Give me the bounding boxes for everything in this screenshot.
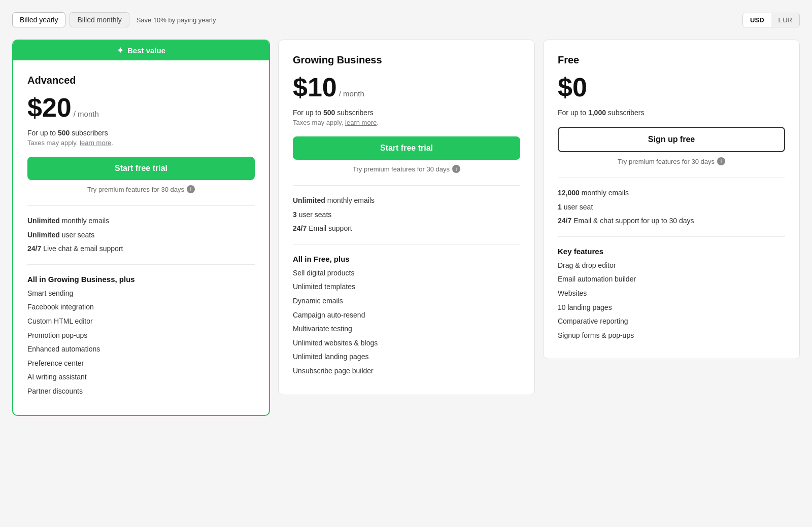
list-item: 10 landing pages [558, 303, 785, 313]
plan-price-free: $0 [558, 74, 785, 100]
learn-more-advanced[interactable]: learn more [80, 139, 111, 147]
trial-info-icon-growing-business[interactable]: i [452, 165, 460, 173]
list-item: Facebook integration [27, 302, 255, 312]
list-item: Drag & drop editor [558, 261, 785, 271]
currency-eur-button[interactable]: EUR [771, 13, 799, 27]
plans-container: ✦ Best value Advanced $20 / month For up… [12, 40, 800, 416]
plan-subscribers-growing-business: For up to 500 subscribers [293, 109, 520, 117]
sign-up-free-button[interactable]: Sign up free [558, 127, 785, 152]
divider-free-2 [558, 236, 785, 237]
highlight-list-free: 12,000 monthly emails 1 user seat 24/7 E… [558, 188, 785, 226]
feature-section-title-advanced: All in Growing Business, plus [27, 275, 255, 284]
feature-list-free: Drag & drop editor Email automation buil… [558, 261, 785, 341]
save-text: Save 10% by paying yearly [137, 16, 216, 24]
divider-free-1 [558, 178, 785, 178]
list-item: Sell digital products [293, 268, 520, 278]
price-period-growing-business: / month [339, 89, 364, 98]
top-bar: Billed yearly Billed monthly Save 10% by… [12, 12, 800, 27]
list-item: Dynamic emails [293, 296, 520, 306]
highlight-item: 24/7 Email support [293, 224, 520, 234]
price-amount-free: $0 [558, 74, 587, 100]
learn-more-growing-business[interactable]: learn more [345, 119, 377, 126]
plan-card-advanced: ✦ Best value Advanced $20 / month For up… [12, 40, 270, 416]
price-amount-advanced: $20 [27, 94, 72, 121]
best-value-label: Best value [127, 46, 165, 55]
list-item: Unsubscribe page builder [293, 366, 520, 376]
highlight-item: 24/7 Email & chat support for up to 30 d… [558, 216, 785, 226]
plan-name-advanced: Advanced [27, 75, 255, 86]
feature-section-title-growing-business: All in Free, plus [293, 255, 520, 263]
plan-subscribers-free: For up to 1,000 subscribers [558, 109, 785, 117]
highlight-list-advanced: Unlimited monthly emails Unlimited user … [27, 216, 255, 254]
trial-note-advanced: Try premium features for 30 days i [27, 185, 255, 193]
list-item: Preference center [27, 359, 255, 369]
start-trial-growing-business-button[interactable]: Start free trial [293, 136, 520, 160]
list-item: Campaign auto-resend [293, 310, 520, 321]
list-item: Unlimited templates [293, 282, 520, 292]
trial-info-icon-advanced[interactable]: i [187, 185, 195, 193]
list-item: Email automation builder [558, 274, 785, 285]
divider-advanced-2 [27, 264, 255, 265]
trial-note-free: Try premium features for 30 days i [558, 157, 785, 165]
highlight-item: 12,000 monthly emails [558, 188, 785, 198]
feature-section-advanced: All in Growing Business, plus Smart send… [27, 275, 255, 397]
divider-advanced-1 [27, 205, 255, 206]
plan-name-growing-business: Growing Business [293, 54, 520, 66]
list-item: Promotion pop-ups [27, 331, 255, 341]
list-item: Partner discounts [27, 387, 255, 397]
plan-body-free: Free $0 For up to 1,000 subscribers Sign… [544, 40, 799, 359]
highlight-item: Unlimited user seats [27, 230, 255, 240]
highlight-item: 1 user seat [558, 202, 785, 213]
start-trial-advanced-button[interactable]: Start free trial [27, 157, 255, 180]
plan-name-free: Free [558, 54, 785, 66]
plan-tax-growing-business: Taxes may apply, learn more. [293, 119, 520, 126]
billing-toggle-group: Billed yearly Billed monthly Save 10% by… [12, 12, 216, 27]
plan-body-growing-business: Growing Business $10 / month For up to 5… [279, 40, 534, 395]
billed-yearly-button[interactable]: Billed yearly [12, 12, 65, 27]
divider-growing-2 [293, 244, 520, 244]
feature-section-free: Key features Drag & drop editor Email au… [558, 247, 785, 341]
highlight-item: 3 user seats [293, 210, 520, 220]
list-item: Smart sending [27, 289, 255, 299]
highlight-item: Unlimited monthly emails [27, 216, 255, 226]
list-item: Comparative reporting [558, 317, 785, 327]
list-item: Signup forms & pop-ups [558, 331, 785, 341]
list-item: Multivariate testing [293, 324, 520, 334]
best-value-banner: ✦ Best value [13, 41, 269, 60]
currency-usd-button[interactable]: USD [743, 13, 771, 27]
list-item: Unlimited websites & blogs [293, 338, 520, 348]
feature-list-growing-business: Sell digital products Unlimited template… [293, 268, 520, 376]
plan-card-growing-business: Growing Business $10 / month For up to 5… [278, 40, 535, 395]
list-item: Custom HTML editor [27, 317, 255, 327]
price-amount-growing-business: $10 [293, 74, 337, 100]
list-item: Enhanced automations [27, 344, 255, 355]
trial-info-icon-free[interactable]: i [717, 157, 725, 165]
highlight-item: Unlimited monthly emails [293, 196, 520, 206]
plan-price-advanced: $20 / month [27, 94, 255, 121]
highlight-item: 24/7 Live chat & email support [27, 244, 255, 254]
highlight-list-growing-business: Unlimited monthly emails 3 user seats 24… [293, 196, 520, 234]
billed-monthly-button[interactable]: Billed monthly [70, 12, 129, 27]
sparkle-icon: ✦ [117, 46, 123, 55]
divider-growing-1 [293, 185, 520, 186]
price-period-advanced: / month [74, 110, 99, 118]
feature-list-advanced: Smart sending Facebook integration Custo… [27, 289, 255, 397]
plan-card-free: Free $0 For up to 1,000 subscribers Sign… [543, 40, 800, 359]
trial-note-growing-business: Try premium features for 30 days i [293, 165, 520, 173]
plan-body-advanced: Advanced $20 / month For up to 500 subsc… [13, 60, 269, 415]
plan-subscribers-advanced: For up to 500 subscribers [27, 129, 255, 137]
plan-price-growing-business: $10 / month [293, 74, 520, 100]
feature-section-growing-business: All in Free, plus Sell digital products … [293, 255, 520, 376]
plan-tax-advanced: Taxes may apply, learn more. [27, 139, 255, 147]
list-item: AI writing assistant [27, 372, 255, 382]
feature-section-title-free: Key features [558, 247, 785, 256]
list-item: Websites [558, 289, 785, 299]
currency-toggle: USD EUR [742, 13, 800, 27]
list-item: Unlimited landing pages [293, 352, 520, 362]
